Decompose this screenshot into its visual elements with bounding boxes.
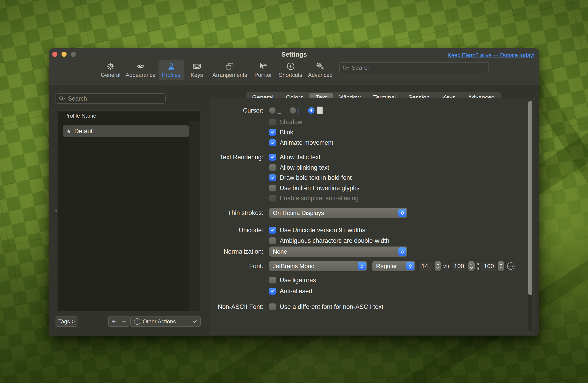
- search-placeholder: Search: [352, 64, 371, 71]
- powerline-glyphs-checkbox[interactable]: [269, 185, 276, 192]
- add-remove-profile-group: + −: [108, 316, 129, 327]
- cursor-icon: [259, 62, 268, 71]
- blink-checkbox[interactable]: [269, 129, 276, 136]
- cursor-box-radio[interactable]: [308, 107, 315, 114]
- font-size-field[interactable]: 14: [419, 261, 433, 271]
- circled-ellipsis-icon: …: [134, 318, 140, 325]
- other-actions-label: Other Actions…: [143, 318, 181, 325]
- thin-strokes-value: On Retina Displays: [273, 210, 395, 217]
- allow-blinking-label: Allow blinking text: [280, 164, 329, 171]
- allow-blinking-checkbox[interactable]: [269, 164, 276, 171]
- stepper-down-icon: [470, 267, 473, 269]
- cursor-vertical-bar-radio[interactable]: [290, 107, 296, 114]
- toolbar-item-pointer[interactable]: Pointer: [251, 60, 275, 80]
- normalization-value: None: [273, 248, 395, 255]
- toolbar-item-profiles[interactable]: Profiles: [159, 60, 184, 80]
- ambiguous-width-label: Ambiguous characters are double-width: [280, 237, 389, 245]
- font-size-stepper[interactable]: [435, 261, 441, 271]
- unicode9-row: Unicode: Use Unicode version 9+ widths: [210, 225, 523, 235]
- add-profile-button[interactable]: +: [109, 316, 119, 326]
- non-ascii-font-checkbox[interactable]: [269, 303, 276, 310]
- box-cursor-glyph: [317, 107, 323, 115]
- ambiguous-width-checkbox[interactable]: [269, 237, 276, 244]
- normalization-dropdown[interactable]: None: [269, 247, 407, 257]
- vertical-spacing-stepper[interactable]: [498, 261, 504, 271]
- stepper-up-icon: [500, 264, 503, 266]
- animate-movement-row: Animate movement: [210, 138, 523, 148]
- keyboard-icon: [192, 62, 201, 71]
- horizontal-spacing-stepper[interactable]: [468, 261, 475, 271]
- normalization-row: Normalization: None: [210, 247, 523, 257]
- checkmark-icon: [271, 289, 275, 293]
- toolbar-item-shortcuts[interactable]: Shortcuts: [275, 60, 306, 80]
- vertical-spacing-field[interactable]: 100: [481, 261, 497, 271]
- draw-bold-checkbox[interactable]: [269, 174, 276, 181]
- draw-bold-row: Draw bold text in bold font: [210, 173, 523, 183]
- stepper-down-icon: [436, 267, 439, 269]
- horizontal-spacing-field[interactable]: 100: [451, 261, 467, 271]
- anti-aliased-label: Anti-aliased: [280, 288, 312, 295]
- eye-icon: [136, 62, 145, 71]
- subpixel-antialiasing-row: Enable subpixel anti-aliasing: [210, 193, 523, 203]
- anti-aliased-row: Anti-aliased: [210, 286, 523, 296]
- font-row: Font: JetBrains Mono Regular 14 v|i 100: [210, 261, 523, 271]
- toolbar-item-appearance[interactable]: Appearance: [122, 60, 159, 80]
- font-style-dropdown[interactable]: Regular: [372, 261, 415, 271]
- profile-row-default[interactable]: ★ Default: [63, 125, 189, 137]
- toolbar-label: Keys: [190, 72, 203, 78]
- shadow-label: Shadow: [280, 118, 302, 126]
- animate-movement-checkbox[interactable]: [269, 139, 276, 146]
- more-font-options-button[interactable]: …: [507, 262, 514, 270]
- checkmark-icon: [271, 141, 275, 145]
- toolbar-search-input[interactable]: Search: [339, 62, 489, 73]
- thin-strokes-row: Thin strokes: On Retina Displays: [210, 208, 523, 218]
- remove-profile-button[interactable]: −: [119, 316, 129, 326]
- gears-icon: [316, 62, 325, 71]
- profile-list-header[interactable]: Profile Name: [58, 111, 200, 121]
- profile-name-column-header: Profile Name: [64, 113, 96, 119]
- checkmark-icon: [271, 228, 275, 232]
- non-ascii-font-checkbox-label: Use a different font for non-ASCII text: [280, 303, 383, 310]
- font-family-dropdown[interactable]: JetBrains Mono: [269, 261, 367, 271]
- toolbar-item-arrangements[interactable]: Arrangements: [209, 60, 251, 80]
- horizontal-spacing-icon: v|i: [443, 263, 449, 269]
- non-ascii-font-row: Non-ASCII Font: Use a different font for…: [210, 302, 523, 312]
- gear-icon: [106, 62, 115, 71]
- unicode-label: Unicode:: [210, 227, 263, 234]
- toolbar-item-keys[interactable]: Keys: [187, 60, 206, 80]
- stepper-up-icon: [470, 264, 473, 266]
- donate-link[interactable]: Keep iTerm2 alive — Donate today!: [447, 52, 535, 58]
- anti-aliased-checkbox[interactable]: [269, 288, 276, 295]
- other-actions-dropdown[interactable]: … Other Actions…: [130, 316, 201, 327]
- cursor-underline-radio[interactable]: [269, 107, 275, 114]
- toolbar-item-general[interactable]: General: [97, 60, 124, 80]
- tags-button[interactable]: Tags >: [56, 316, 77, 327]
- use-ligatures-checkbox[interactable]: [269, 277, 276, 284]
- vertical-bar-cursor-glyph: |: [298, 107, 300, 114]
- person-icon: [167, 62, 176, 71]
- normalization-label: Normalization:: [210, 248, 263, 255]
- toolbar-label: Profiles: [162, 72, 180, 78]
- panel-scrollbar-track[interactable]: [528, 101, 532, 331]
- font-style-value: Regular: [376, 263, 403, 270]
- draw-bold-label: Draw bold text in bold font: [280, 174, 352, 181]
- splitter-handle[interactable]: [55, 210, 57, 211]
- use-ligatures-label: Use ligatures: [280, 277, 316, 284]
- thin-strokes-label: Thin strokes:: [210, 210, 263, 217]
- profile-search-input[interactable]: Search: [56, 93, 166, 104]
- toolbar-item-advanced[interactable]: Advanced: [305, 60, 336, 80]
- settings-window: Settings Keep iTerm2 alive — Donate toda…: [49, 48, 539, 336]
- search-placeholder: Search: [68, 95, 87, 102]
- allow-italic-checkbox[interactable]: [269, 154, 276, 161]
- panel-scrollbar-thumb[interactable]: [528, 101, 532, 295]
- toolbar-label: Arrangements: [212, 72, 247, 78]
- dropdown-stepper-icon: [398, 248, 406, 256]
- dropdown-stepper-icon: [398, 209, 406, 217]
- unicode9-checkbox[interactable]: [269, 227, 276, 234]
- unicode9-label: Use Unicode version 9+ widths: [280, 227, 365, 234]
- toolbar-label: Advanced: [308, 72, 333, 78]
- dropdown-stepper-icon: [358, 262, 366, 270]
- thin-strokes-dropdown[interactable]: On Retina Displays: [269, 208, 407, 218]
- text-settings-panel: Cursor: _ | Shadow: [210, 97, 535, 334]
- toolbar-label: Shortcuts: [279, 72, 302, 78]
